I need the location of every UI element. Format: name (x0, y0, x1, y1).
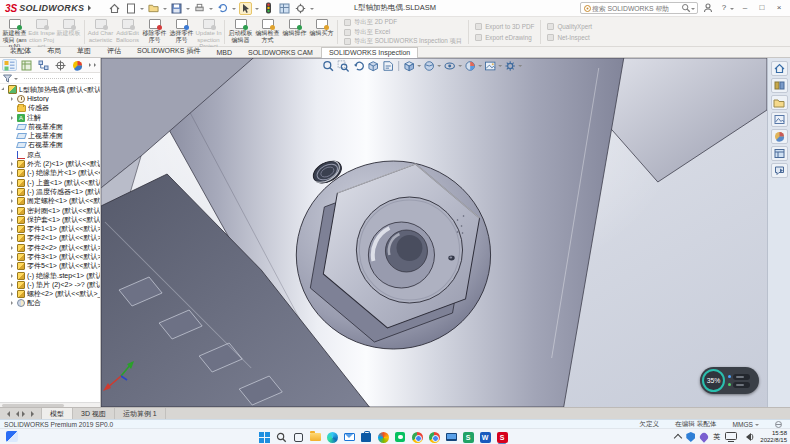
expander-icon[interactable] (11, 218, 15, 222)
expander-icon[interactable] (11, 255, 15, 259)
edge-icon[interactable] (326, 431, 338, 443)
tree-item-component[interactable]: 保护套<1> (默认<<默认>_显示状态 (0, 215, 100, 224)
help-button[interactable]: ? (718, 2, 730, 14)
restore-button[interactable]: □ (756, 2, 768, 14)
options-button[interactable] (294, 2, 307, 15)
units-dropdown-icon[interactable] (755, 424, 759, 428)
print-dropdown-icon[interactable] (209, 8, 213, 12)
print-button[interactable] (193, 2, 206, 15)
expander-icon[interactable] (11, 236, 15, 240)
ime-indicator[interactable]: 英 (713, 432, 720, 442)
expander-icon[interactable] (11, 199, 15, 203)
3d-views-tab[interactable]: 3D 视图 (73, 408, 115, 419)
new-document-button[interactable] (124, 2, 137, 15)
tree-item-sensor-folder[interactable]: 传感器 (0, 104, 100, 113)
wechat-icon[interactable] (394, 431, 406, 443)
wps-icon[interactable]: S (462, 431, 474, 443)
view-palette-icon[interactable] (771, 112, 788, 127)
expander-icon[interactable] (11, 97, 15, 101)
filter-dropdown-icon[interactable] (14, 78, 18, 82)
configurationmanager-tab[interactable] (36, 59, 51, 71)
solidworks-logo[interactable]: 3S SOLIDWORKS (3, 3, 98, 14)
view-orientation-icon[interactable] (402, 59, 416, 72)
view-orientation-dropdown[interactable] (417, 65, 421, 69)
options-dropdown-icon[interactable] (310, 8, 314, 12)
widgets-icon[interactable] (6, 431, 18, 442)
select-balloons-button[interactable]: 选择零件序号 (168, 18, 195, 46)
view-settings-dropdown[interactable] (518, 65, 522, 69)
new-dropdown-icon[interactable] (140, 8, 144, 12)
tab-assembly[interactable]: 装配体 (2, 44, 39, 57)
tree-item-history[interactable]: History (0, 94, 100, 103)
featuremanager-tree-tab[interactable] (2, 59, 17, 71)
design-library-icon[interactable] (771, 78, 788, 93)
3d-viewport[interactable]: 35% (101, 58, 767, 407)
panel-grip[interactable] (24, 78, 93, 79)
expander-icon[interactable] (11, 116, 15, 120)
view-settings-icon[interactable] (503, 59, 517, 72)
tree-item-component[interactable]: (-) 绝缘垫片<1> (默认<<默认>_显示 (0, 169, 100, 178)
display-style-icon[interactable] (422, 59, 436, 72)
solidworks-help-search-input[interactable] (592, 5, 681, 12)
tray-overflow-chevron[interactable] (674, 434, 682, 442)
tree-item-front-plane[interactable]: 前视基准面 (0, 122, 100, 131)
close-button[interactable]: × (773, 2, 785, 14)
rebuild-button[interactable] (262, 2, 275, 15)
expander-icon[interactable] (11, 264, 15, 268)
select-tool-button[interactable] (239, 2, 252, 15)
expander-icon[interactable] (11, 283, 15, 287)
tree-item-right-plane[interactable]: 右视基准面 (0, 141, 100, 150)
expander-icon[interactable] (11, 292, 15, 296)
home-button[interactable] (108, 2, 121, 15)
zoom-to-area-icon[interactable] (336, 59, 350, 72)
section-view-icon[interactable] (366, 59, 380, 72)
edit-appearance-icon[interactable] (463, 59, 477, 72)
zoom-to-fit-icon[interactable] (321, 59, 335, 72)
task-view-icon[interactable] (292, 431, 304, 443)
tree-item-component[interactable]: 零件3<1> (默认<<默认>_显示状态 (0, 252, 100, 261)
tab-mbd[interactable]: MBD (208, 47, 240, 57)
overlay-control-bar[interactable] (733, 382, 750, 388)
store-icon[interactable] (360, 431, 372, 443)
tab-addins[interactable]: SOLIDWORKS 插件 (129, 44, 208, 57)
undo-dropdown-icon[interactable] (232, 8, 236, 12)
hide-show-dropdown[interactable] (458, 65, 462, 69)
save-button[interactable] (170, 2, 183, 15)
filter-funnel-icon[interactable] (3, 74, 12, 83)
open-dropdown-icon[interactable] (163, 8, 167, 12)
photos-icon[interactable] (377, 431, 389, 443)
search-dropdown-icon[interactable] (691, 8, 695, 12)
tree-item-origin[interactable]: 原点 (0, 150, 100, 159)
previous-view-icon[interactable] (351, 59, 365, 72)
edit-customers-button[interactable]: 编辑买方 (308, 18, 335, 46)
expander-icon[interactable] (11, 209, 15, 213)
tree-item-component[interactable]: 零件2<2> (默认<<默认>_显示状态 (0, 243, 100, 252)
tab-scroll-arrows[interactable] (0, 408, 42, 419)
propertymanager-tab[interactable] (19, 59, 34, 71)
defender-shield-icon[interactable] (686, 432, 695, 442)
tree-item-component[interactable]: 零件5<1> (默认<<默认>_显示状态 (0, 262, 100, 271)
undo-button[interactable] (216, 2, 229, 15)
tab-solidworks-inspection[interactable]: SOLIDWORKS Inspection (321, 47, 418, 58)
model-tab[interactable]: 模型 (42, 408, 73, 419)
tab-layout[interactable]: 布局 (39, 44, 69, 57)
new-inspection-project-button[interactable]: 新建检查项目 (amp;N) (1, 18, 28, 46)
tab-strip-overflow-icon[interactable] (89, 63, 98, 67)
taskbar-search-icon[interactable] (275, 431, 287, 443)
tree-item-component[interactable]: (-) 温度传感器<1> (默认<<默认>_显 (0, 187, 100, 196)
tree-item-component[interactable]: 零件2<1> (默认<<默认>_显示状态 (0, 234, 100, 243)
expander-icon[interactable] (11, 181, 15, 185)
edit-appearance-dropdown[interactable] (478, 65, 482, 69)
tree-item-component[interactable]: 固定螺栓<1> (默认<<默认>_显示状 (0, 197, 100, 206)
cast-screen-icon[interactable] (725, 432, 737, 442)
file-explorer-taskbar-icon[interactable] (309, 431, 321, 443)
login-user-icon[interactable] (703, 3, 713, 13)
tab-sketch[interactable]: 草图 (69, 44, 99, 57)
search-scope-icon[interactable] (583, 4, 592, 13)
save-dropdown-icon[interactable] (186, 8, 190, 12)
tree-item-component[interactable]: (-) 上盖<1> (默认<<默认>_显示状态 (0, 178, 100, 187)
browser-icon[interactable] (428, 431, 440, 443)
solidworks-taskbar-icon[interactable]: S (496, 431, 508, 443)
expander-icon[interactable] (11, 162, 15, 166)
remote-desktop-icon[interactable] (445, 431, 457, 443)
